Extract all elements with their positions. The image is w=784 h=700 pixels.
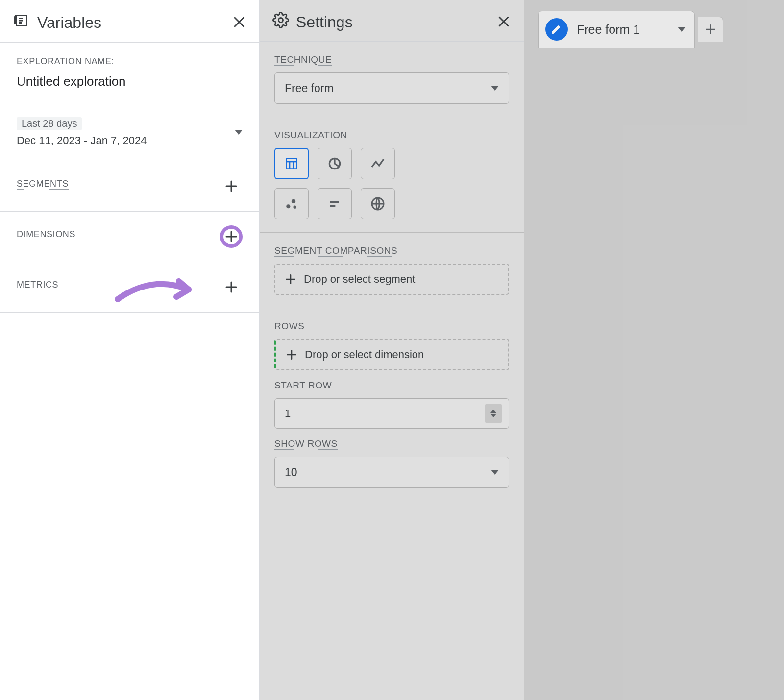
viz-line-button[interactable] [361, 148, 395, 179]
viz-scatter-button[interactable] [274, 188, 309, 219]
exploration-name-label: EXPLORATION NAME: [17, 56, 114, 67]
metrics-section: METRICS [0, 262, 259, 313]
viz-geo-button[interactable] [361, 188, 395, 219]
show-rows-select[interactable]: 10 [274, 457, 509, 488]
close-settings-button[interactable] [496, 14, 511, 30]
date-range-section: Last 28 days Dec 11, 2023 - Jan 7, 2024 [0, 103, 259, 161]
start-row-input[interactable]: 1 [274, 398, 509, 429]
metrics-label: METRICS [17, 280, 58, 290]
globe-icon [370, 196, 386, 212]
technique-select[interactable]: Free form [274, 72, 509, 104]
show-rows-section: SHOW ROWS 10 [260, 434, 524, 501]
rows-drop-zone[interactable]: Drop or select dimension [274, 339, 509, 370]
viz-table-button[interactable] [274, 148, 309, 179]
plus-icon [224, 179, 239, 193]
settings-panel: Settings TECHNIQUE Free form VISUALIZATI… [260, 0, 524, 700]
plus-icon [285, 348, 298, 361]
plus-icon [704, 23, 717, 36]
exploration-name-section: EXPLORATION NAME: Untitled exploration [0, 43, 259, 103]
add-metric-button[interactable] [220, 276, 243, 298]
canvas-tab-row: Free form 1 [524, 0, 784, 48]
add-dimension-button[interactable] [220, 225, 243, 248]
svg-point-4 [278, 18, 283, 22]
svg-rect-5 [286, 158, 296, 169]
segments-label: SEGMENTS [17, 179, 69, 190]
variables-title: Variables [37, 14, 101, 32]
technique-section: TECHNIQUE Free form [260, 42, 524, 117]
close-variables-button[interactable] [232, 15, 246, 31]
rows-label: ROWS [274, 321, 305, 332]
plus-icon [224, 229, 239, 244]
date-chip: Last 28 days [17, 117, 82, 130]
svg-point-10 [286, 204, 290, 208]
visualization-label: VISUALIZATION [274, 130, 347, 141]
plus-icon [284, 273, 297, 286]
svg-point-12 [293, 205, 296, 208]
dropdown-caret-icon [491, 470, 499, 475]
svg-point-11 [292, 199, 296, 203]
segments-section: SEGMENTS [0, 161, 259, 212]
canvas-tab-label: Free form 1 [577, 23, 669, 37]
segment-drop-zone[interactable]: Drop or select segment [274, 264, 509, 295]
date-range-text: Dec 11, 2023 - Jan 7, 2024 [17, 134, 147, 147]
segment-comparisons-label: SEGMENT COMPARISONS [274, 245, 397, 257]
edit-tab-icon [545, 18, 568, 41]
visualization-section: VISUALIZATION [260, 117, 524, 233]
table-icon [284, 156, 299, 171]
start-row-value: 1 [285, 407, 291, 420]
dropdown-caret-icon [491, 86, 499, 91]
show-rows-value: 10 [285, 466, 297, 479]
add-segment-button[interactable] [220, 175, 243, 197]
technique-value: Free form [285, 82, 334, 95]
rows-section: ROWS Drop or select dimension [260, 308, 524, 375]
close-icon [496, 14, 511, 29]
variables-panel: Variables EXPLORATION NAME: Untitled exp… [0, 0, 260, 700]
close-icon [232, 15, 246, 29]
donut-icon [327, 156, 343, 171]
plus-icon [224, 280, 239, 294]
canvas-panel: Free form 1 [524, 0, 784, 700]
show-rows-label: SHOW ROWS [274, 438, 338, 450]
bar-icon [327, 196, 343, 212]
segment-drop-text: Drop or select segment [304, 273, 415, 286]
dimensions-section: DIMENSIONS [0, 212, 259, 262]
technique-label: TECHNIQUE [274, 54, 332, 66]
rows-drop-text: Drop or select dimension [305, 348, 424, 361]
viz-bar-button[interactable] [318, 188, 352, 219]
settings-header: Settings [260, 0, 524, 42]
segment-comparisons-section: SEGMENT COMPARISONS Drop or select segme… [260, 233, 524, 308]
tab-caret-icon [678, 27, 686, 32]
start-row-section: START ROW 1 [260, 375, 524, 434]
settings-title: Settings [296, 13, 353, 31]
canvas-tab[interactable]: Free form 1 [538, 11, 695, 48]
dimensions-label: DIMENSIONS [17, 229, 75, 240]
variables-icon [13, 12, 30, 33]
start-row-label: START ROW [274, 380, 332, 391]
scatter-icon [284, 196, 299, 212]
dropdown-caret-icon [235, 130, 243, 135]
variables-header: Variables [0, 0, 259, 43]
stepper-icon[interactable] [485, 404, 502, 423]
settings-icon [272, 12, 289, 32]
add-tab-button[interactable] [698, 17, 723, 42]
viz-donut-button[interactable] [318, 148, 352, 179]
date-range-picker[interactable]: Last 28 days Dec 11, 2023 - Jan 7, 2024 [17, 117, 243, 147]
line-chart-icon [370, 156, 386, 171]
exploration-name-input[interactable]: Untitled exploration [17, 74, 243, 89]
